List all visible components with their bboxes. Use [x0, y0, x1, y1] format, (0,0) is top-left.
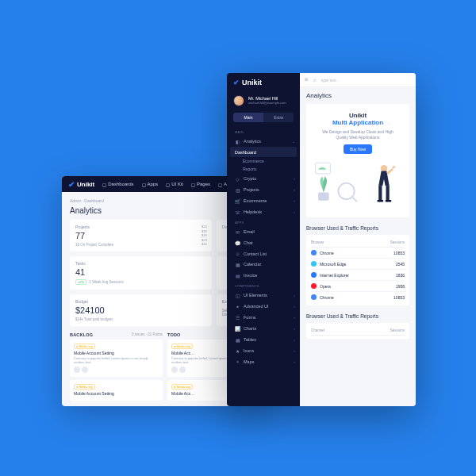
th-sessions2: Sessions [390, 328, 405, 332]
search-icon[interactable]: ⌕ [313, 77, 317, 83]
sidebar-tab-extra[interactable]: Extra [263, 113, 294, 122]
sidebar-item-calendar[interactable]: ▦Calendar [227, 259, 300, 270]
svg-rect-0 [318, 193, 329, 201]
charts-icon: 📊 [235, 326, 240, 332]
sidebar-item-email[interactable]: ✉Email [227, 226, 300, 237]
sidebar-item-helpdesk[interactable]: ☏Helpdesk› [227, 206, 300, 217]
svg-rect-6 [386, 186, 390, 201]
card-sub: 16 On Project Complete [75, 243, 206, 247]
kanban-card[interactable]: ● Media log Mobile Account Setting Contr… [70, 340, 163, 377]
opera-icon [311, 283, 317, 289]
sidebar-item-analytics[interactable]: ◧Analytics⌄ [227, 136, 300, 147]
th-browser: Browser [311, 240, 324, 244]
sidebar-sub-reports[interactable]: Reports [227, 165, 300, 173]
sidebar-item-tables[interactable]: ▦Tables› [227, 334, 300, 345]
svg-point-4 [381, 165, 387, 171]
edge-icon [311, 261, 317, 267]
hero-title: Unikit [314, 112, 401, 119]
search-input[interactable]: type text… [321, 78, 340, 83]
ui-icon: ◫ [235, 293, 240, 298]
sidebar-tabs: Main Extra [233, 113, 294, 122]
section-components: COMPONENTS [227, 281, 300, 290]
sidebar-item-crypto[interactable]: ◇Crypto› [227, 173, 300, 184]
nav-apps[interactable]: ◻ Apps [142, 182, 159, 187]
card-budget: Budget $24100 $14k Total paid budgets [70, 294, 212, 326]
hero-subtitle: Multi Application [314, 119, 401, 126]
hero-illustration [314, 160, 401, 211]
card-projects: Projects 77 16 On Project Complete $14 $… [70, 220, 212, 251]
channel-table: Channel Sessions [306, 323, 409, 339]
maps-icon: ⌖ [235, 359, 240, 365]
tables-icon: ▦ [235, 337, 240, 343]
nav-pages[interactable]: ◻ Pages [191, 182, 210, 187]
table-row: Chrome 10853 [311, 292, 405, 302]
kanban-backlog: BACKLOG 0 issues · 21 Points ● Media log… [70, 332, 163, 404]
section-apps: APPS [227, 217, 300, 226]
sidebar-item-invoice[interactable]: ▤Invoice [227, 270, 300, 281]
svg-rect-8 [386, 200, 392, 202]
card-label: Projects [75, 225, 206, 229]
invoice-icon: ▤ [235, 273, 240, 278]
sidebar-item-contacts[interactable]: ☺Contact List [227, 248, 300, 259]
sidebar-item-chat[interactable]: 💬Chat [227, 237, 300, 248]
buy-now-button[interactable]: Buy Now [344, 144, 372, 154]
hero-card: Unikit Multi Application We Design and D… [306, 104, 409, 217]
nav-dashboards[interactable]: ◻ Dashboards [102, 182, 133, 187]
sidebar-item-charts[interactable]: 📊Charts› [227, 323, 300, 334]
brand-logo: ✔ Unikit [68, 180, 94, 189]
th-sessions: Sessions [390, 240, 405, 244]
sidebar-item-projects[interactable]: ▥Projects› [227, 184, 300, 195]
kanban-card[interactable]: ● Media log Mobile Account Setting [70, 380, 163, 401]
sidebar-item-forms[interactable]: ☰Forms› [227, 312, 300, 323]
help-icon: ☏ [235, 209, 240, 215]
forms-icon: ☰ [235, 315, 240, 321]
mini-metrics: $14 $10 $19 $23 $14 [202, 225, 207, 247]
topbar: ≡ ⌕ type text… [300, 73, 416, 87]
svg-line-3 [352, 198, 357, 202]
sidebar-tab-main[interactable]: Main [233, 113, 263, 122]
sidebar-item-ecommerce[interactable]: 🛒Ecommerce› [227, 195, 300, 206]
svg-rect-5 [378, 186, 382, 201]
chrome-icon [311, 294, 317, 300]
section-main: MAIN [227, 127, 300, 136]
chrome-icon [311, 250, 317, 255]
sidebar-item-dashboard[interactable]: Dashboard [230, 147, 297, 157]
avatar [233, 95, 244, 106]
main-panel: ≡ ⌕ type text… Analytics Unikit Multi Ap… [300, 73, 416, 406]
chevron-down-icon: ⌄ [292, 139, 295, 144]
ie-icon [311, 272, 317, 278]
back-nav: ◻ Dashboards ◻ Apps ◻ UI Kit ◻ Pages ◻ A… [102, 182, 244, 187]
page-title: Analytics [306, 92, 409, 99]
check-icon: ✔ [68, 180, 75, 189]
user-email: michael.hill@example.com [248, 102, 286, 106]
svg-rect-7 [378, 200, 384, 202]
table-row: Chrome 10853 [311, 248, 405, 259]
table-row: Opera 1958 [311, 281, 405, 292]
sidebar-item-maps[interactable]: ⌖Maps› [227, 356, 300, 367]
menu-icon[interactable]: ≡ [305, 76, 309, 83]
table-row: Microsoft Edge 2545 [311, 259, 405, 270]
browser-report-title: Browser Used & Traffic Reports [306, 225, 409, 231]
crypto-icon: ◇ [235, 176, 240, 182]
dashboard-window-front: ✔ Unikit Mr. Michael Hill michael.hill@e… [227, 73, 416, 406]
sidebar-item-ui[interactable]: ◫UI Elements› [227, 290, 300, 301]
cart-icon: 🛒 [235, 198, 240, 204]
hero-desc: We Design and Develop Clean and High Qua… [314, 129, 401, 140]
tag-badge: ● Media log [74, 384, 95, 390]
brand-text: Unikit [77, 181, 94, 188]
delta-chip: +2% [75, 279, 86, 285]
th-channel: Channel [311, 328, 324, 332]
svg-point-2 [338, 183, 354, 199]
sidebar-item-advanced[interactable]: ✦Advanced UI› [227, 301, 300, 312]
sidebar-item-icons[interactable]: ★Icons› [227, 345, 300, 356]
advanced-icon: ✦ [235, 304, 240, 309]
sidebar-sub-ecommerce[interactable]: Ecommerce [227, 157, 300, 165]
card-value: 77 [75, 231, 206, 240]
browser-table: Browser Sessions Chrome 10853 Microsoft … [306, 235, 409, 305]
projects-icon: ▥ [235, 187, 240, 193]
nav-uikit[interactable]: ◻ UI Kit [166, 182, 183, 187]
user-icon: ☺ [235, 251, 240, 256]
analytics-icon: ◧ [235, 139, 240, 144]
icons-icon: ★ [235, 348, 240, 354]
user-block[interactable]: Mr. Michael Hill michael.hill@example.co… [227, 92, 300, 113]
